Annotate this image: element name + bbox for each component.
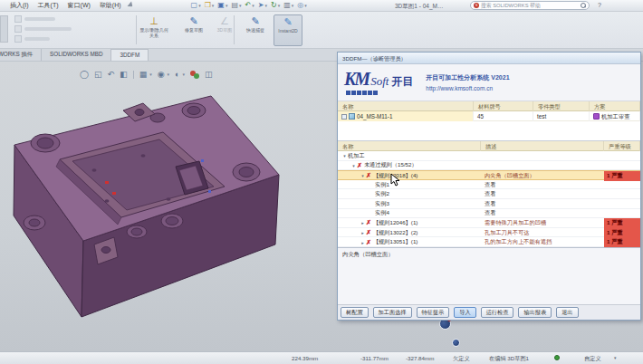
coord-z: -327.84mm — [406, 355, 434, 361]
zoom-area-icon[interactable]: ◱ — [94, 71, 102, 79]
tagline-square — [373, 91, 378, 95]
result-row-8[interactable]: ▸✗【规则13022】(2)孔加工刀具不可达1 严重 — [338, 228, 640, 238]
menu-item-1[interactable]: 工具(T) — [34, 1, 63, 10]
undo-icon[interactable]: ↶▾ — [245, 2, 254, 9]
select-icon[interactable]: ➤▾ — [258, 2, 267, 9]
help-button[interactable]: ? — [598, 2, 601, 8]
tab-solidworks-插件[interactable]: SOLIDWORKS 插件 — [0, 49, 42, 61]
part-plan[interactable]: 机加工审查 — [590, 111, 640, 121]
col-header-material[interactable]: 材料牌号 — [474, 101, 533, 111]
tagline-square — [362, 91, 367, 95]
view-link[interactable]: 查看 — [481, 181, 604, 189]
custom-toolbar-toggle[interactable]: 自定义 — [584, 355, 601, 363]
rule-description: 内尖角（凹槽立面） — [481, 172, 604, 180]
tab-3ddfm[interactable]: 3DDFM — [111, 49, 149, 61]
view-orientation-icon[interactable]: ▦ — [139, 71, 148, 79]
col-header-desc[interactable]: 描述 — [481, 141, 604, 151]
result-row-7[interactable]: ▸✗【规则12046】(1)需要特殊刀具加工的凹槽1 严重 — [338, 218, 640, 228]
sketch-point-red — [112, 192, 116, 195]
tab-solidworks-mbd[interactable]: SOLIDWORKS MBD — [42, 49, 111, 61]
display-style-icon[interactable]: ◉ — [158, 71, 165, 79]
ribbon-button-relations[interactable]: ⊥显示/删除几何关系 — [139, 14, 168, 46]
result-row-5[interactable]: 实例3查看 — [338, 199, 640, 209]
file-properties-icon[interactable]: ▥▾ — [283, 2, 293, 9]
panel-title[interactable]: 3DDFM—（诊断管理员） — [338, 53, 640, 64]
view-link[interactable]: 查看 — [481, 209, 604, 217]
tree-expander-icon[interactable]: ▾ — [350, 163, 357, 168]
editing-status: 在编辑 3D草图1 — [489, 355, 529, 363]
col-header-parttype[interactable]: 零件类型 — [533, 101, 590, 111]
panel-button-特征提示[interactable]: 特征提示 — [417, 307, 450, 318]
panel-button-树配置[interactable]: 树配置 — [341, 307, 369, 318]
ribbon-button-label: Instant2D — [278, 28, 297, 34]
part-row[interactable]: 04_MS-M11-1 45 test 机加工审查 — [338, 111, 640, 121]
result-row-1[interactable]: ▾✗未通过规则（15/52） — [338, 161, 640, 171]
product-name: 开目可加工性分析系统 V2021 — [426, 73, 509, 82]
severity-cell — [604, 151, 640, 161]
section-view-icon[interactable]: ◧ — [120, 71, 128, 79]
part-checkbox[interactable] — [341, 114, 347, 120]
panel-button-输出报表[interactable]: 输出报表 — [518, 307, 552, 318]
result-name: 未通过规则（15/52） — [364, 161, 417, 169]
messenger-avatar-icon-small[interactable] — [452, 339, 460, 347]
result-row-9[interactable]: ▸✗【规则13051】(1)孔的加工方向上不能有遮挡1 严重 — [338, 237, 640, 247]
result-row-4[interactable]: 实例2查看 — [338, 189, 640, 199]
result-row-6[interactable]: 实例4查看 — [338, 209, 640, 219]
view-link[interactable]: 查看 — [481, 190, 604, 198]
zoom-fit-icon[interactable]: ◯ — [80, 71, 89, 79]
panel-button-退出[interactable]: 退出 — [556, 307, 578, 318]
apply-scene-icon[interactable]: ◫ — [205, 71, 213, 79]
severity-cell — [604, 189, 640, 199]
result-row-3[interactable]: 实例1查看 — [338, 180, 640, 190]
menu-item-2[interactable]: 窗口(W) — [63, 1, 95, 10]
pin-icon[interactable] — [127, 1, 136, 10]
quick-snaps-icon: ✎ — [241, 14, 270, 27]
ribbon-button-quick-snaps[interactable]: ✎快速捕捉 — [241, 14, 270, 46]
tree-expander-icon[interactable]: ▾ — [360, 173, 366, 178]
tree-expander-icon[interactable]: ▸ — [360, 240, 366, 245]
tree-expander-icon[interactable]: ▸ — [360, 230, 366, 235]
hide-show-items-icon[interactable]: ◐ — [175, 71, 179, 79]
panel-button-导入[interactable]: 导入 — [454, 307, 475, 318]
save-icon[interactable]: ▣▾ — [217, 2, 227, 9]
model-3d-mold-plate[interactable] — [7, 89, 330, 351]
view-link[interactable]: 查看 — [481, 200, 604, 208]
print-icon[interactable]: ▤▾ — [231, 2, 241, 9]
ribbon-button-instant2d[interactable]: ✎Instant2D — [274, 14, 302, 46]
edit-appearance-icon[interactable] — [190, 71, 199, 79]
ribbon-button-sketch-3d: ∠3D草图 — [210, 14, 239, 46]
results-table: 名称 描述 严重等级 ▾机加工▾✗未通过规则（15/52）▾✗【规则12018】… — [338, 141, 640, 247]
result-row-0[interactable]: ▾机加工 — [338, 151, 640, 161]
sketch-3d-icon: ∠ — [210, 14, 239, 27]
ribbon-button-repair-sketch[interactable]: ✎修复草图 — [179, 14, 208, 46]
menu-item-0[interactable]: 插入(I) — [5, 1, 34, 10]
search-input[interactable]: 搜索 SOLIDWORKS 帮助 — [481, 2, 581, 10]
col-header-plan[interactable]: 方案 — [590, 101, 640, 111]
panel-button-运行检查[interactable]: 运行检查 — [481, 307, 514, 318]
menu-item-3[interactable]: 帮助(H) — [95, 1, 126, 10]
search-icon[interactable] — [581, 3, 586, 8]
chevron-down-icon[interactable]: ▾ — [614, 355, 617, 360]
new-document-icon[interactable]: ▢▾ — [191, 2, 201, 9]
parts-table: 名称 材料牌号 零件类型 方案 04_MS-M11-1 45 test 机加工审… — [338, 101, 640, 141]
kmsoft-logo: KM — [344, 70, 369, 88]
tree-expander-icon[interactable]: ▸ — [360, 220, 366, 225]
open-icon[interactable]: ❒▾ — [205, 2, 215, 9]
options-icon[interactable]: ◎▾ — [297, 2, 307, 9]
col-header-severity[interactable]: 严重等级 — [604, 141, 640, 151]
result-row-2[interactable]: ▾✗【规则12018】(4)内尖角（凹槽立面）1 严重 — [338, 170, 640, 180]
heads-up-view-toolbar: ◯◱↶◧▦▾◉▾◐▾◫ — [80, 71, 213, 79]
severity-cell — [604, 209, 640, 219]
previous-view-icon[interactable]: ↶ — [108, 71, 115, 79]
sketch-point-blue — [201, 159, 204, 162]
instant2d-icon: ✎ — [274, 15, 302, 28]
detail-description-area: 内尖角（凹槽立面） — [338, 247, 640, 305]
sketch-state: 欠定义 — [453, 355, 470, 363]
col-header-name[interactable]: 名称 — [338, 101, 474, 111]
search-box[interactable]: S 搜索 SOLIDWORKS 帮助 — [470, 1, 590, 10]
col-header-name[interactable]: 名称 — [338, 141, 481, 151]
product-url[interactable]: http://www.kmsoft.com.cn — [426, 85, 509, 91]
rebuild-icon[interactable]: ↻▾ — [271, 2, 280, 9]
tree-expander-icon[interactable]: ▾ — [341, 153, 348, 158]
panel-button-加工面选择[interactable]: 加工面选择 — [373, 307, 412, 318]
